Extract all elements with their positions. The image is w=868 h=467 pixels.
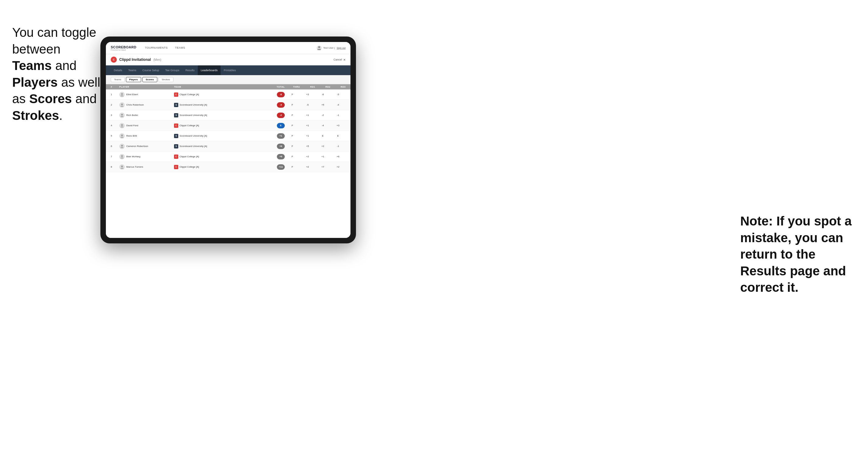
score-badge: +9 — [277, 154, 285, 159]
rd3-cell: -1 — [331, 114, 346, 117]
team-cell: S Scoreboard University [A] — [174, 113, 264, 118]
rd1-cell: -5 — [300, 103, 315, 106]
team-cell: S Scoreboard University [A] — [174, 103, 264, 107]
sub-nav-teams[interactable]: Teams — [125, 65, 140, 75]
rd2-cell: +2 — [315, 145, 331, 148]
rd3-cell: +3 — [331, 124, 346, 127]
toggle-teams-button[interactable]: Teams — [111, 77, 125, 82]
team-logo: C — [174, 155, 178, 159]
player-name: Blair McHarg — [126, 155, 140, 158]
nav-item-tournaments[interactable]: TOURNAMENTS — [141, 42, 171, 54]
thru-cell: F — [285, 93, 300, 96]
team-cell: C Clippd College [A] — [174, 155, 264, 159]
player-name: Cameron Robertson — [126, 145, 148, 148]
total-cell: -2 — [264, 113, 285, 118]
team-cell: C Clippd College [A] — [174, 92, 264, 97]
team-name: Scoreboard University [A] — [180, 134, 207, 137]
svg-point-6 — [121, 134, 123, 136]
thru-cell: F — [285, 165, 300, 168]
score-badge: +1 — [277, 133, 285, 139]
rd1-cell: +1 — [300, 134, 315, 137]
player-cell: Elliot Ebert — [119, 92, 174, 97]
rd3-cell: E — [331, 134, 346, 137]
thru-cell: F — [285, 145, 300, 148]
th-thru: THRU — [285, 86, 300, 88]
team-cell: C Clippd College [A] — [174, 124, 264, 128]
rd2-cell: +5 — [315, 103, 331, 106]
sub-nav-course-setup[interactable]: Course Setup — [140, 65, 162, 75]
total-cell: +11 — [264, 164, 285, 170]
player-cell: Chris Robertson — [119, 102, 174, 108]
left-annotation: You can toggle between Teams and Players… — [12, 24, 100, 124]
nav-item-teams[interactable]: TEAMS — [171, 42, 189, 54]
user-label: Test User | — [323, 46, 335, 49]
svg-point-3 — [121, 103, 123, 105]
team-logo: C — [174, 92, 178, 97]
avatar — [119, 102, 125, 108]
svg-point-7 — [121, 145, 123, 146]
rd1-cell: +1 — [300, 124, 315, 127]
player-name: Chris Robertson — [126, 103, 144, 106]
toggle-players-button[interactable]: Players — [126, 77, 141, 82]
table-row: 7 Blair McHarg C Clippd College [A] +9 F… — [106, 152, 350, 162]
avatar — [317, 45, 321, 51]
table-header: # PLAYER TEAM TOTAL THRU RD1 RD2 RD3 — [106, 84, 350, 89]
player-cell: Rich Butler — [119, 113, 174, 118]
rd1-cell: +2 — [300, 155, 315, 158]
sign-out-link[interactable]: Sign out — [337, 46, 346, 49]
team-logo: S — [174, 144, 178, 149]
avatar — [119, 92, 125, 97]
rank-cell: 6 — [111, 145, 119, 148]
sub-nav-details[interactable]: Details — [111, 65, 125, 75]
toggle-scores-button[interactable]: Scores — [143, 77, 157, 82]
team-logo: C — [174, 124, 178, 128]
team-name: Clippd College [A] — [180, 155, 199, 158]
logo-sub: Powered by clippd — [111, 49, 136, 51]
rd1-cell: +5 — [300, 145, 315, 148]
tournament-name: Clippd Invitational — [119, 58, 151, 62]
rank-cell: 4 — [111, 124, 119, 127]
avatar — [119, 164, 125, 170]
score-badge: -4 — [277, 102, 285, 108]
player-cell: Cameron Robertson — [119, 144, 174, 149]
th-player: PLAYER — [119, 86, 174, 88]
thru-cell: F — [285, 103, 300, 106]
rd1-cell: +2 — [300, 165, 315, 168]
table-row: 8 Marcus Turners C Clippd College [A] +1… — [106, 162, 350, 172]
score-badge: +6 — [277, 144, 285, 149]
team-cell: C Clippd College [A] — [174, 165, 264, 169]
svg-point-4 — [121, 114, 123, 115]
rd2-cell: -2 — [315, 114, 331, 117]
sub-nav-printables[interactable]: Printables — [221, 65, 239, 75]
table-row: 4 David Ford C Clippd College [A] E F +1… — [106, 121, 350, 131]
score-badge: -8 — [277, 92, 285, 97]
th-rank: # — [111, 86, 119, 88]
team-name: Scoreboard University [A] — [180, 103, 207, 106]
rd3-cell: +2 — [331, 165, 346, 168]
tournament-gender: (Men) — [153, 58, 161, 61]
team-name: Scoreboard University [A] — [180, 114, 207, 117]
logo-area: SCOREBOARD Powered by clippd — [111, 45, 136, 51]
sub-nav: Details Teams Course Setup Tee Groups Re… — [106, 65, 350, 75]
team-name: Scoreboard University [A] — [180, 145, 207, 148]
table-row: 3 Rich Butler S Scoreboard University [A… — [106, 110, 350, 121]
avatar — [119, 144, 125, 149]
sub-nav-tee-groups[interactable]: Tee Groups — [162, 65, 183, 75]
th-team: TEAM — [174, 86, 264, 88]
rank-cell: 3 — [111, 114, 119, 117]
cancel-button[interactable]: Cancel ✕ — [334, 58, 346, 61]
sub-nav-results[interactable]: Results — [183, 65, 198, 75]
rank-cell: 7 — [111, 155, 119, 158]
rd2-cell: +7 — [315, 165, 331, 168]
total-cell: E — [264, 123, 285, 128]
toggle-strokes-button[interactable]: Strokes — [158, 77, 174, 82]
th-rd3: RD3 — [331, 86, 346, 88]
logo-text: SCOREBOARD — [111, 45, 136, 49]
svg-point-2 — [121, 93, 123, 95]
sub-nav-leaderboards[interactable]: Leaderboards — [198, 65, 221, 75]
table-body: 1 Elliot Ebert C Clippd College [A] -8 F… — [106, 89, 350, 238]
svg-point-5 — [121, 124, 123, 126]
team-cell: S Scoreboard University [A] — [174, 144, 264, 149]
team-logo: S — [174, 113, 178, 118]
th-total: TOTAL — [264, 86, 285, 88]
